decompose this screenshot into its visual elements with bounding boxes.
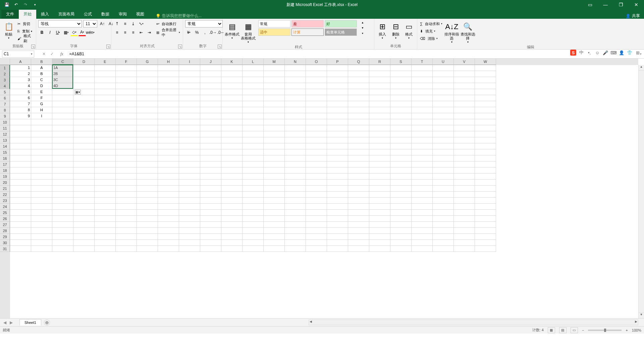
cell[interactable] (475, 186, 496, 192)
cell[interactable] (200, 65, 221, 71)
zoom-slider[interactable] (588, 330, 622, 331)
cell[interactable] (179, 113, 200, 119)
cell[interactable] (285, 216, 306, 222)
cell[interactable] (433, 89, 454, 95)
cell[interactable] (73, 198, 95, 204)
cell[interactable] (348, 95, 369, 101)
cell[interactable] (327, 77, 348, 83)
cell[interactable] (243, 234, 264, 240)
row-header[interactable]: 8 (0, 107, 10, 113)
cell[interactable] (475, 246, 496, 252)
cell[interactable] (52, 113, 73, 119)
cell[interactable] (200, 222, 221, 228)
cell[interactable] (221, 161, 243, 167)
row-header[interactable]: 28 (0, 228, 10, 234)
cell[interactable] (243, 228, 264, 234)
cell[interactable] (264, 240, 285, 246)
cell[interactable]: F (31, 95, 52, 101)
cell[interactable] (200, 198, 221, 204)
cell[interactable] (348, 107, 369, 113)
cell[interactable] (179, 192, 200, 198)
cell[interactable] (31, 234, 52, 240)
cell[interactable]: 4 (10, 83, 31, 89)
column-header[interactable]: L (243, 59, 264, 65)
cell[interactable] (179, 77, 200, 83)
cell[interactable] (10, 222, 31, 228)
cell[interactable] (116, 240, 137, 246)
cell[interactable] (264, 198, 285, 204)
cell[interactable] (158, 198, 179, 204)
cell[interactable] (52, 125, 73, 131)
cell[interactable] (73, 222, 95, 228)
cell[interactable] (116, 83, 137, 89)
formula-input[interactable] (69, 51, 637, 58)
cell[interactable] (412, 167, 433, 174)
cell[interactable] (412, 155, 433, 161)
cell[interactable] (221, 119, 243, 125)
cell[interactable] (179, 222, 200, 228)
cell[interactable] (412, 246, 433, 252)
cell[interactable] (412, 240, 433, 246)
cell[interactable] (179, 246, 200, 252)
cell[interactable] (73, 119, 95, 125)
cell[interactable] (73, 95, 95, 101)
cell[interactable] (137, 137, 158, 143)
cell[interactable] (264, 174, 285, 180)
clear-button[interactable]: ⌫ 清除▾ (419, 35, 443, 42)
cell[interactable] (390, 222, 412, 228)
cell[interactable] (475, 137, 496, 143)
cell[interactable] (433, 186, 454, 192)
cell[interactable] (369, 155, 390, 161)
cell[interactable] (454, 174, 475, 180)
cell[interactable] (306, 174, 327, 180)
cell[interactable] (306, 131, 327, 137)
cell[interactable] (221, 174, 243, 180)
maximize-icon[interactable]: ❐ (613, 0, 629, 9)
cell[interactable] (243, 240, 264, 246)
cell[interactable] (158, 216, 179, 222)
cell[interactable] (475, 222, 496, 228)
cell[interactable] (306, 101, 327, 107)
cell[interactable] (179, 95, 200, 101)
font-name-select[interactable]: 等线 (38, 20, 82, 27)
cell[interactable] (412, 101, 433, 107)
font-color-button[interactable]: A▾ (78, 29, 86, 36)
cell[interactable] (475, 131, 496, 137)
cell[interactable] (369, 131, 390, 137)
cell[interactable] (243, 216, 264, 222)
cell[interactable] (10, 143, 31, 149)
styles-up-icon[interactable]: ▲ (359, 20, 366, 25)
cell[interactable] (285, 149, 306, 155)
cell[interactable] (475, 155, 496, 161)
ime-sogou-icon[interactable]: S (570, 50, 576, 56)
fill-button[interactable]: ⬇ 填充▾ (419, 27, 443, 35)
cell[interactable] (179, 228, 200, 234)
cell[interactable] (433, 192, 454, 198)
cell-style-check[interactable]: 检查单元格 (325, 28, 357, 36)
border-button[interactable]: ▦▾ (62, 29, 70, 36)
row-header[interactable]: 10 (0, 119, 10, 125)
cell[interactable] (137, 192, 158, 198)
cell[interactable] (200, 83, 221, 89)
cell[interactable] (412, 77, 433, 83)
tab-view[interactable]: 视图 (131, 10, 149, 19)
cell[interactable] (390, 246, 412, 252)
cell[interactable]: A (31, 65, 52, 71)
cell[interactable] (52, 143, 73, 149)
cell[interactable] (10, 204, 31, 210)
cell[interactable] (433, 143, 454, 149)
autofill-options-icon[interactable]: ▦▾ (75, 90, 81, 94)
cell[interactable] (243, 167, 264, 174)
cell[interactable] (306, 113, 327, 119)
cell[interactable] (285, 167, 306, 174)
cell[interactable] (390, 180, 412, 186)
cell[interactable] (243, 95, 264, 101)
cell[interactable] (306, 186, 327, 192)
cell[interactable] (390, 107, 412, 113)
cell[interactable] (454, 77, 475, 83)
cell[interactable] (369, 89, 390, 95)
cell[interactable] (116, 174, 137, 180)
cell[interactable] (179, 198, 200, 204)
cell[interactable] (433, 149, 454, 155)
cell[interactable] (369, 107, 390, 113)
